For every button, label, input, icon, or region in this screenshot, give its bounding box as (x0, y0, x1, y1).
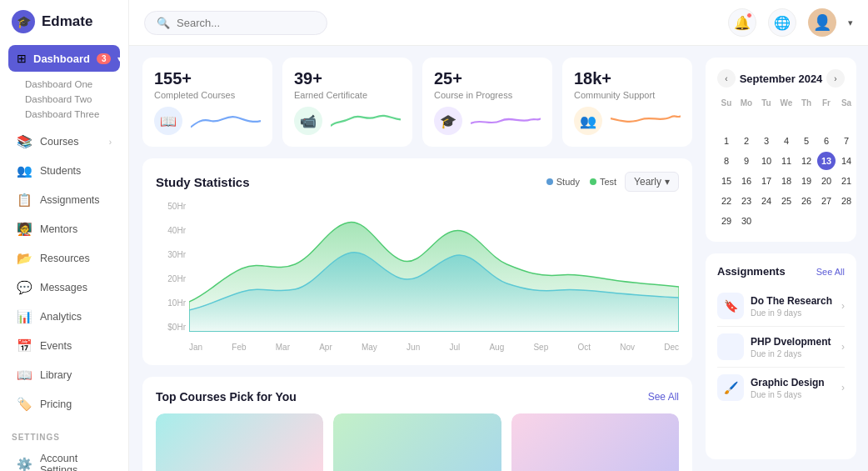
calendar-day[interactable]: 11 (777, 152, 796, 170)
calendar-day[interactable]: 16 (737, 172, 756, 190)
study-legend-dot (546, 178, 553, 185)
calendar-prev-button[interactable]: ‹ (717, 69, 736, 88)
assign-icon-graphic: 🖌️ (717, 374, 744, 401)
resources-icon: 📂 (17, 251, 32, 266)
sidebar-item-events[interactable]: 📅 Events (5, 332, 123, 360)
sidebar-item-courses[interactable]: 📚 Courses › (5, 128, 123, 156)
sidebar-label-courses: Courses (40, 136, 79, 148)
sparkline-certificates (331, 108, 401, 133)
calendar-title: September 2024 (736, 73, 826, 85)
avatar[interactable]: 👤 (808, 8, 836, 37)
assign-icon-research: 🔖 (717, 293, 744, 319)
calendar-day[interactable]: 13 (817, 152, 836, 170)
calendar-day (717, 112, 736, 130)
chart-x-label: Jan (189, 343, 202, 352)
mentors-icon: 🧑‍🏫 (17, 222, 32, 237)
calendar-day[interactable]: 24 (757, 192, 776, 210)
courses-see-all-button[interactable]: See All (648, 391, 679, 403)
calendar-day (737, 112, 756, 130)
assignment-item-graphic[interactable]: 🖌️ Graphic Design Due in 5 days › (717, 368, 845, 408)
calendar-day-header: Th (797, 96, 816, 110)
sidebar-item-resources[interactable]: 📂 Resources (5, 244, 123, 273)
sidebar-label-resources: Resources (40, 253, 90, 264)
calendar-day[interactable]: 15 (717, 172, 736, 190)
dashboard-nav-item[interactable]: ⊞ Dashboard 3 ▾ (8, 45, 120, 72)
chart-x-label: Aug (489, 343, 504, 352)
stat-label-completed: Completed Courses (154, 90, 261, 100)
dashboard-sub-items: Dashboard One Dashboard Two Dashboard Th… (0, 75, 128, 127)
calendar-day (777, 212, 796, 230)
sidebar-item-pricing[interactable]: 🏷️ Pricing (5, 390, 123, 418)
sidebar-item-students[interactable]: 👥 Students (5, 157, 123, 185)
sparkline-completed (191, 108, 261, 133)
calendar-day[interactable]: 20 (817, 172, 836, 190)
sub-item-dashboard-one[interactable]: Dashboard One (25, 77, 128, 92)
calendar-next-button[interactable]: › (826, 69, 845, 88)
calendar-day[interactable]: 27 (817, 192, 836, 210)
stat-icon-in_progress: 🎓 (434, 107, 462, 135)
assign-info-php: PHP Dvelopment Due in 2 days (751, 336, 835, 358)
calendar-day[interactable]: 18 (777, 172, 796, 190)
chart-legend: Study Test (546, 177, 616, 187)
calendar-day[interactable]: 5 (797, 132, 816, 150)
calendar-day[interactable]: 28 (837, 192, 856, 210)
chart-y-label: 50Hr (156, 202, 186, 211)
assignments-card: Assignments See All 🔖 Do The Research Du… (706, 253, 856, 459)
notification-button[interactable]: 🔔 (728, 8, 756, 37)
calendar-day[interactable]: 8 (717, 152, 736, 170)
calendar-day[interactable]: 26 (797, 192, 816, 210)
main-area: 🔍 🔔 🌐 👤 ▾ 155+ Completed Courses 📖 (129, 0, 868, 471)
calendar-day[interactable]: 10 (757, 152, 776, 170)
sidebar-item-account-settings[interactable]: ⚙️ Account Settings (5, 446, 123, 471)
calendar-day[interactable]: 3 (757, 132, 776, 150)
calendar-day[interactable]: 9 (737, 152, 756, 170)
assignments-see-all-button[interactable]: See All (816, 267, 845, 277)
chart-filter-button[interactable]: Yearly ▾ (625, 172, 679, 192)
sidebar-item-mentors[interactable]: 🧑‍🏫 Mentors (5, 215, 123, 243)
assign-info-research: Do The Research Due in 9 days (751, 295, 835, 318)
assignments-title: Assignments (717, 265, 816, 278)
chevron-down-icon: ▾ (117, 54, 122, 63)
sidebar-item-messages[interactable]: 💬 Messages (5, 273, 123, 302)
search-icon: 🔍 (157, 17, 170, 29)
avatar-chevron-icon[interactable]: ▾ (848, 18, 853, 28)
chart-x-label: Mar (276, 343, 290, 352)
sub-item-dashboard-two[interactable]: Dashboard Two (25, 92, 128, 107)
search-box[interactable]: 🔍 (144, 11, 327, 35)
sidebar-item-analytics[interactable]: 📊 Analytics (5, 303, 123, 331)
assign-due-php: Due in 2 days (751, 349, 835, 358)
assignment-item-php[interactable]: PHP Dvelopment Due in 2 days › (717, 327, 845, 368)
sub-item-dashboard-three[interactable]: Dashboard Three (25, 107, 128, 122)
calendar-day[interactable]: 25 (777, 192, 796, 210)
calendar-day[interactable]: 2 (737, 132, 756, 150)
calendar-day[interactable]: 1 (717, 132, 736, 150)
chart-header: Study Statistics Study Test Yearly (156, 172, 679, 192)
calendar-day[interactable]: 14 (837, 152, 856, 170)
calendar-day[interactable]: 23 (737, 192, 756, 210)
calendar-day[interactable]: 19 (797, 172, 816, 190)
calendar-day[interactable]: 4 (777, 132, 796, 150)
calendar-day[interactable]: 6 (817, 132, 836, 150)
calendar-day[interactable]: 17 (757, 172, 776, 190)
assignment-item-research[interactable]: 🔖 Do The Research Due in 9 days › (717, 286, 845, 327)
events-icon: 📅 (17, 338, 32, 353)
assign-due-research: Due in 9 days (751, 308, 835, 318)
language-button[interactable]: 🌐 (768, 8, 796, 37)
calendar-day[interactable]: 12 (797, 152, 816, 170)
search-input[interactable] (177, 17, 310, 29)
course-card-3[interactable] (511, 413, 679, 471)
stat-number-certificates: 39+ (294, 69, 401, 88)
calendar-day (757, 112, 776, 130)
account-settings-label: Account Settings (40, 453, 112, 471)
assign-name-research: Do The Research (751, 295, 835, 307)
calendar-day[interactable]: 29 (717, 212, 736, 230)
stat-bottom-in_progress: 🎓 (434, 107, 541, 135)
calendar-day[interactable]: 7 (837, 132, 856, 150)
course-card-1[interactable] (156, 413, 323, 471)
sidebar-item-library[interactable]: 📖 Library (5, 361, 123, 389)
calendar-day[interactable]: 22 (717, 192, 736, 210)
course-card-2[interactable] (333, 413, 501, 471)
calendar-day[interactable]: 21 (837, 172, 856, 190)
sidebar-item-assignments[interactable]: 📋 Assignments (5, 186, 123, 214)
calendar-day[interactable]: 30 (737, 212, 756, 230)
